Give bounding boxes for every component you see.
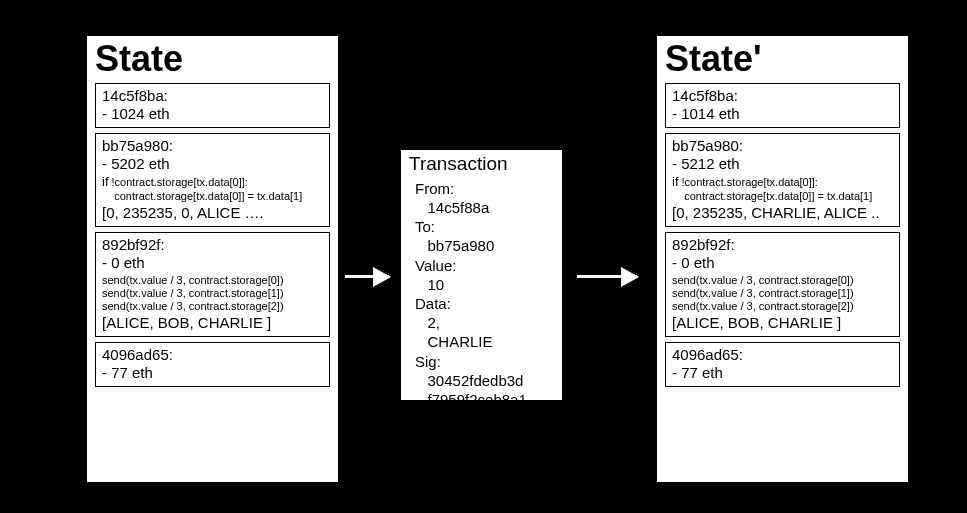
account-address: 892bf92f:: [672, 236, 893, 254]
state-panel: State 14c5f8ba: - 1024 eth bb75a980: - 5…: [85, 34, 340, 484]
tx-from-label: From:: [415, 180, 454, 197]
account-box: 892bf92f: - 0 eth send(tx.value / 3, con…: [665, 232, 900, 337]
account-code: send(tx.value / 3, contract.storage[0]) …: [672, 274, 893, 312]
tx-data-2: CHARLIE: [428, 333, 493, 350]
account-balance: - 0 eth: [102, 254, 323, 272]
account-address: bb75a980:: [672, 137, 893, 155]
arrow-icon: [577, 275, 637, 278]
account-code: if !contract.storage[tx.data[0]]: contra…: [102, 175, 323, 203]
tx-data-label: Data:: [415, 295, 451, 312]
transaction-body: From: 14c5f88a To: bb75a980 Value: 10 Da…: [409, 179, 554, 409]
account-address: 14c5f8ba:: [672, 87, 893, 105]
state-prime-title: State: [665, 40, 900, 78]
account-address: 14c5f8ba:: [102, 87, 323, 105]
account-box: 892bf92f: - 0 eth send(tx.value / 3, con…: [95, 232, 330, 337]
account-balance: - 5202 eth: [102, 155, 323, 173]
account-balance: - 0 eth: [672, 254, 893, 272]
account-box: 4096ad65: - 77 eth: [665, 342, 900, 387]
tx-data-1: 2,: [428, 314, 441, 331]
transaction-title: Transaction: [409, 154, 554, 175]
state-prime-panel: State 14c5f8ba: - 1014 eth bb75a980: - 5…: [655, 34, 910, 484]
account-storage: [ALICE, BOB, CHARLIE ]: [102, 314, 323, 332]
arrow-icon: [345, 275, 389, 278]
account-code: send(tx.value / 3, contract.storage[0]) …: [102, 274, 323, 312]
account-balance: - 1024 eth: [102, 105, 323, 123]
account-box: bb75a980: - 5212 eth if !contract.storag…: [665, 133, 900, 228]
transaction-panel: Transaction From: 14c5f88a To: bb75a980 …: [399, 148, 564, 402]
tx-sig-label: Sig:: [415, 353, 441, 370]
account-storage: [0, 235235, CHARLIE, ALICE ..: [672, 204, 893, 222]
tx-to: bb75a980: [428, 237, 495, 254]
account-box: 14c5f8ba: - 1014 eth: [665, 83, 900, 128]
tx-value: 10: [428, 276, 445, 293]
account-balance: - 5212 eth: [672, 155, 893, 173]
account-address: 4096ad65:: [102, 346, 323, 364]
account-box: bb75a980: - 5202 eth if !contract.storag…: [95, 133, 330, 228]
account-address: 4096ad65:: [672, 346, 893, 364]
account-address: bb75a980:: [102, 137, 323, 155]
account-code: if !contract.storage[tx.data[0]]: contra…: [672, 175, 893, 203]
account-balance: - 1014 eth: [672, 105, 893, 123]
state-title: State: [95, 40, 330, 78]
tx-from: 14c5f88a: [428, 199, 490, 216]
tx-sig-1: 30452fdedb3d: [428, 372, 524, 389]
account-balance: - 77 eth: [102, 364, 323, 382]
account-address: 892bf92f:: [102, 236, 323, 254]
tx-sig-2: f7959f2ceb8a1: [428, 391, 527, 408]
account-storage: [0, 235235, 0, ALICE ….: [102, 204, 323, 222]
account-box: 14c5f8ba: - 1024 eth: [95, 83, 330, 128]
tx-to-label: To:: [415, 218, 435, 235]
tx-value-label: Value:: [415, 257, 456, 274]
account-box: 4096ad65: - 77 eth: [95, 342, 330, 387]
account-balance: - 77 eth: [672, 364, 893, 382]
account-storage: [ALICE, BOB, CHARLIE ]: [672, 314, 893, 332]
